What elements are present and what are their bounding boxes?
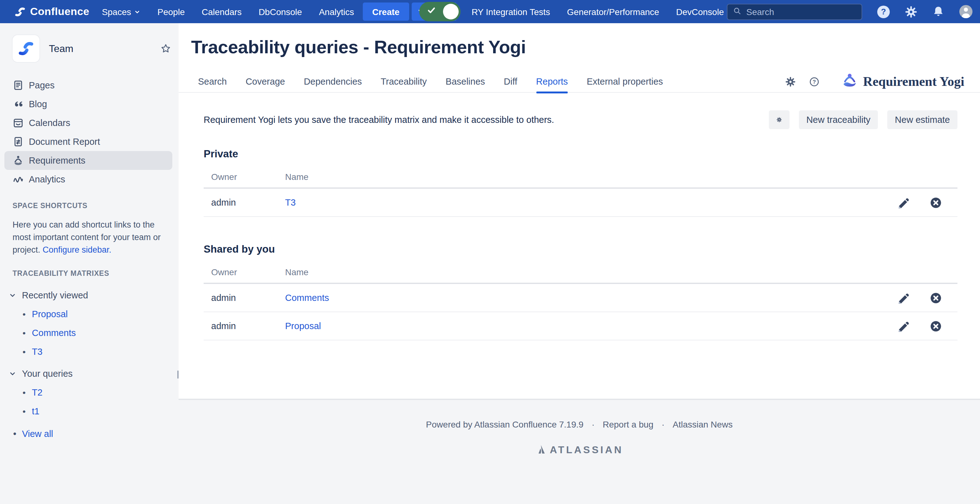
query-link-t3[interactable]: T3 (285, 198, 296, 207)
search-input[interactable] (746, 6, 856, 17)
search-box[interactable] (727, 3, 862, 20)
sidebar-item-label: Pages (29, 80, 54, 90)
requirement-yogi-wordmark: Requirement Yogi (863, 73, 964, 89)
matrix-link-comments[interactable]: Comments (32, 328, 76, 338)
help-circle-icon[interactable]: ? (809, 76, 820, 87)
sidebar-item-label: Blog (29, 99, 47, 109)
nav-ry-integration-tests[interactable]: RY Integration Tests (471, 6, 550, 17)
edit-pencil-icon[interactable] (897, 196, 909, 209)
sidebar-item-analytics[interactable]: Analytics (0, 170, 178, 189)
query-link-comments[interactable]: Comments (285, 293, 329, 303)
query-link-proposal[interactable]: Proposal (285, 321, 321, 331)
description-row: Requirement Yogi lets you save the trace… (204, 110, 958, 129)
delete-x-icon[interactable] (930, 320, 942, 332)
analytics-wave-icon (13, 174, 24, 185)
edit-pencil-icon[interactable] (897, 292, 909, 304)
new-traceability-button[interactable]: New traceability (799, 110, 878, 129)
matrix-link-proposal[interactable]: Proposal (32, 309, 68, 319)
group-label: Recently viewed (22, 290, 88, 300)
shared-table: Owner Name admin Comments (204, 262, 958, 340)
column-header-owner: Owner (211, 172, 285, 182)
tab-baselines[interactable]: Baselines (445, 70, 485, 93)
extension-toggle[interactable] (419, 2, 460, 21)
confluence-logo-icon (14, 6, 26, 17)
confluence-brand[interactable]: Confluence (14, 5, 89, 18)
group-recently-viewed[interactable]: Recently viewed (0, 286, 178, 305)
help-icon[interactable] (877, 5, 890, 18)
top-navigation-bar: Confluence Spaces People Calendars DbCon… (0, 0, 980, 23)
list-item: View all (0, 424, 178, 443)
row-owner: admin (211, 293, 285, 303)
nav-calendars[interactable]: Calendars (202, 6, 242, 17)
report-bug-link[interactable]: Report a bug (603, 419, 654, 429)
nav-devconsole[interactable]: DevConsole (676, 6, 724, 17)
row-owner: admin (211, 321, 285, 331)
create-button[interactable]: Create (363, 3, 409, 21)
requirements-yogi-icon (13, 155, 24, 166)
description-text: Requirement Yogi lets you save the trace… (204, 115, 554, 125)
chevron-down-icon (134, 6, 141, 17)
table-header: Owner Name (204, 262, 958, 284)
page-footer: Powered by Atlassian Confluence 7.19.9 ·… (178, 400, 980, 456)
gear-icon[interactable] (905, 5, 917, 18)
star-icon[interactable] (161, 43, 171, 54)
sidebar-item-label: Calendars (29, 118, 70, 128)
space-name: Team (49, 43, 73, 54)
quote-icon (13, 99, 24, 110)
atlassian-news-link[interactable]: Atlassian News (673, 419, 732, 429)
action-buttons: New traceability New estimate (769, 110, 958, 129)
delete-x-icon[interactable] (930, 196, 942, 209)
sidebar-nav: Pages Blog (0, 76, 178, 189)
configure-sidebar-link[interactable]: Configure sidebar. (43, 245, 111, 255)
tab-external-properties[interactable]: External properties (587, 70, 663, 93)
sidebar-item-label: Document Report (29, 137, 100, 147)
calendar-icon (13, 117, 24, 129)
tab-dependencies[interactable]: Dependencies (304, 70, 362, 93)
nav-spaces[interactable]: Spaces (102, 6, 140, 17)
create-split-group (411, 2, 460, 21)
tab-traceability[interactable]: Traceability (381, 70, 427, 93)
tab-reports[interactable]: Reports (536, 70, 568, 93)
new-estimate-button[interactable]: New estimate (887, 110, 958, 129)
list-item: t1 (0, 402, 178, 421)
yogi-icon (842, 72, 858, 91)
search-icon (733, 6, 741, 17)
brand-name: Confluence (30, 5, 89, 18)
sidebar-item-pages[interactable]: Pages (0, 76, 178, 95)
nav-generator-performance[interactable]: Generator/Performance (567, 6, 659, 17)
group-your-queries[interactable]: Your queries (0, 364, 178, 383)
user-avatar[interactable] (959, 5, 972, 18)
tab-coverage[interactable]: Coverage (246, 70, 285, 93)
table-settings-button[interactable] (769, 110, 789, 129)
sidebar-item-requirements[interactable]: Requirements (5, 151, 172, 170)
toggle-knob (443, 4, 458, 19)
sidebar-item-document-report[interactable]: Document Report (0, 132, 178, 151)
settings-gear-icon[interactable] (786, 76, 796, 87)
space-shortcuts-text: Here you can add shortcut links to the m… (0, 219, 178, 257)
matrix-link-t3[interactable]: T3 (32, 347, 43, 357)
table-row: admin Comments (204, 284, 958, 312)
footer-line: Powered by Atlassian Confluence 7.19.9 ·… (178, 419, 980, 429)
matrix-link-t2[interactable]: T2 (32, 388, 43, 397)
sidebar-item-blog[interactable]: Blog (0, 95, 178, 113)
sidebar-item-calendars[interactable]: Calendars (0, 113, 178, 132)
tab-diff[interactable]: Diff (504, 70, 517, 93)
nav-analytics[interactable]: Analytics (319, 6, 354, 17)
confluence-app: Confluence Spaces People Calendars DbCon… (0, 0, 980, 504)
document-report-icon (13, 136, 24, 147)
bell-icon[interactable] (932, 6, 944, 18)
matrix-link-t1[interactable]: t1 (32, 406, 40, 416)
powered-by-text: Powered by Atlassian Confluence 7.19.9 (426, 419, 584, 429)
nav-people[interactable]: People (158, 6, 185, 17)
svg-text:?: ? (813, 79, 816, 85)
chevron-down-icon (9, 292, 16, 299)
space-logo-icon[interactable] (13, 35, 40, 62)
separator-dot: · (662, 419, 665, 429)
nav-dbconsole[interactable]: DbConsole (258, 6, 302, 17)
tab-search[interactable]: Search (198, 70, 227, 93)
requirement-yogi-logo: Requirement Yogi (842, 72, 964, 91)
view-all-link[interactable]: View all (22, 429, 53, 439)
topbar-nav-secondary: RY Integration Tests Generator/Performan… (471, 6, 724, 17)
delete-x-icon[interactable] (930, 292, 942, 304)
edit-pencil-icon[interactable] (897, 320, 909, 332)
